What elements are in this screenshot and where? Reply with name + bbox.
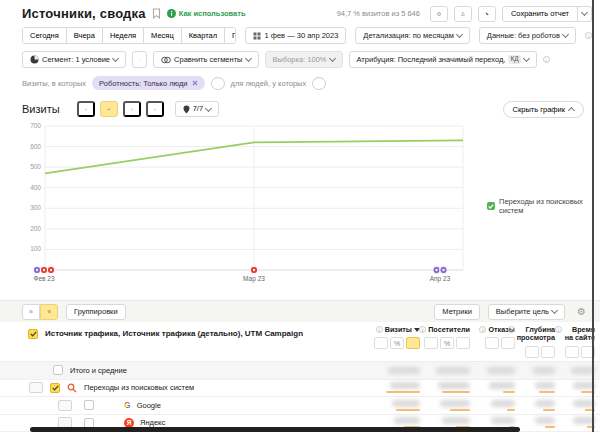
segment-button[interactable]: Сегмент: 1 условие bbox=[22, 51, 126, 68]
pie-mode-button[interactable] bbox=[485, 337, 499, 349]
table-settings-button[interactable]: ⚙ bbox=[577, 307, 586, 317]
row-checkbox[interactable] bbox=[50, 383, 60, 393]
svg-text:500: 500 bbox=[30, 163, 41, 170]
period-button-yesterday[interactable]: Вчера bbox=[67, 28, 103, 43]
export-button[interactable] bbox=[454, 6, 472, 22]
metrics-button[interactable]: Метрики bbox=[434, 304, 480, 320]
visits-filter-label: Визиты, в которых bbox=[22, 79, 86, 88]
tree-view-button[interactable] bbox=[40, 304, 58, 320]
attribution-badge: КД bbox=[508, 55, 520, 64]
clear-segment-button[interactable] bbox=[132, 51, 147, 68]
pie-mode-button[interactable] bbox=[424, 337, 438, 349]
history-button[interactable] bbox=[430, 6, 448, 22]
info-icon bbox=[479, 326, 486, 333]
column-header[interactable]: Глубина просмотра bbox=[508, 326, 555, 343]
column-chart-icon bbox=[154, 105, 156, 114]
chevron-down-icon bbox=[562, 31, 569, 38]
chevron-down-icon bbox=[244, 55, 251, 62]
column-header[interactable]: Визиты bbox=[376, 326, 420, 334]
blurred-value bbox=[535, 400, 555, 407]
chart-type-columns-button[interactable] bbox=[146, 101, 164, 117]
detalization-button[interactable]: Детализация: по месяцам bbox=[355, 27, 470, 44]
select-all-checkbox[interactable] bbox=[28, 329, 38, 339]
flat-list-view-button[interactable] bbox=[22, 304, 40, 320]
bars-mode-button[interactable] bbox=[541, 346, 555, 358]
table-row-totals[interactable]: Итого и средние bbox=[0, 362, 600, 380]
add-people-condition-button[interactable] bbox=[312, 77, 326, 90]
attribution-button[interactable]: Атрибуция: Последний значимый переход, К… bbox=[349, 51, 537, 68]
pie-mode-button[interactable] bbox=[565, 346, 579, 358]
cursors-icon bbox=[485, 9, 489, 19]
date-range-button[interactable]: 1 фев — 30 апр 2023 bbox=[245, 27, 346, 44]
remove-chip-icon[interactable] bbox=[192, 80, 198, 86]
groupings-button[interactable]: Группировки bbox=[66, 304, 126, 320]
save-report-dropdown[interactable] bbox=[578, 6, 592, 22]
robot-filter-label: Роботность: Только люди bbox=[99, 79, 187, 88]
chart-type-line-button[interactable] bbox=[100, 101, 118, 117]
table-row-search-engines[interactable]: Переходы из поисковых систем bbox=[0, 380, 600, 398]
column-header[interactable]: Посетители bbox=[419, 326, 470, 334]
chart-type-pie-button[interactable] bbox=[77, 101, 95, 117]
expand-row-button[interactable] bbox=[58, 400, 72, 411]
goal-select-button[interactable]: Выберите цель bbox=[488, 304, 565, 320]
info-icon[interactable] bbox=[543, 56, 550, 63]
blurred-value bbox=[442, 417, 470, 424]
blurred-value bbox=[491, 417, 515, 424]
view-toggle bbox=[22, 304, 58, 320]
info-icon[interactable] bbox=[585, 32, 592, 39]
period-button-month[interactable]: Месяц bbox=[144, 28, 182, 43]
pie-mode-button[interactable] bbox=[525, 346, 539, 358]
upload-icon bbox=[461, 9, 465, 19]
pie-chart-icon bbox=[85, 104, 87, 115]
collapse-row-button[interactable] bbox=[29, 382, 43, 393]
percent-mode-button[interactable]: % bbox=[440, 337, 454, 349]
svg-text:300: 300 bbox=[30, 204, 41, 211]
table-row-google[interactable]: G Google bbox=[0, 397, 600, 415]
period-button-year[interactable]: Год bbox=[225, 28, 236, 43]
percent-mode-button[interactable]: % bbox=[390, 337, 404, 349]
row-label: Итого и средние bbox=[70, 366, 127, 375]
row-label[interactable]: Переходы из поисковых систем bbox=[84, 383, 194, 392]
value-bar bbox=[543, 409, 555, 411]
chart-type-areas-button[interactable] bbox=[123, 101, 141, 117]
value-bar bbox=[503, 391, 515, 393]
period-button-today[interactable]: Сегодня bbox=[23, 28, 67, 43]
days-of-week-button[interactable]: 7/7 bbox=[175, 101, 219, 117]
bars-mode-button[interactable] bbox=[456, 337, 470, 349]
compare-segments-button[interactable]: Сравнить сегменты bbox=[153, 51, 258, 68]
row-label[interactable]: Яндекс bbox=[140, 418, 165, 427]
horizontal-scrollbar[interactable] bbox=[30, 427, 520, 432]
column-time: Время на сайте bbox=[555, 326, 595, 361]
period-button-week[interactable]: Неделя bbox=[103, 28, 144, 43]
legend-checkbox[interactable] bbox=[487, 202, 495, 210]
row-checkbox[interactable] bbox=[84, 400, 94, 410]
blurred-value bbox=[491, 400, 515, 407]
add-visit-condition-button[interactable] bbox=[211, 77, 225, 90]
legend-item[interactable]: Переходы из поисковых систем bbox=[487, 197, 600, 215]
blurred-value bbox=[390, 382, 420, 389]
hide-chart-label: Скрыть график bbox=[513, 105, 565, 114]
data-mode-label: Данные: без роботов bbox=[487, 32, 560, 40]
row-checkbox[interactable] bbox=[53, 365, 63, 375]
blurred-value bbox=[489, 382, 515, 389]
blurred-value bbox=[533, 367, 555, 374]
period-button-quarter[interactable]: Квартал bbox=[182, 28, 225, 43]
bars-mode-button[interactable] bbox=[406, 337, 420, 349]
column-header[interactable]: Время на сайте bbox=[555, 326, 595, 343]
sampling-button[interactable]: Выборка: 100% bbox=[265, 51, 343, 68]
how-to-use-label: Как использовать bbox=[179, 9, 246, 18]
value-bar bbox=[442, 391, 470, 393]
actions-button[interactable] bbox=[478, 6, 496, 22]
date-range-label: 1 фев — 30 апр 2023 bbox=[264, 32, 338, 40]
pie-mode-button[interactable] bbox=[374, 337, 388, 349]
how-to-use-link[interactable]: Как использовать bbox=[167, 9, 246, 18]
robot-filter-chip[interactable]: Роботность: Только люди bbox=[92, 76, 204, 90]
hide-chart-button[interactable]: Скрыть график bbox=[503, 101, 584, 118]
bookmark-icon[interactable] bbox=[152, 5, 161, 23]
data-mode-button[interactable]: Данные: без роботов bbox=[479, 27, 576, 44]
value-bar bbox=[396, 409, 420, 411]
check-icon bbox=[30, 331, 37, 337]
check-icon bbox=[488, 204, 494, 209]
row-label[interactable]: Google bbox=[137, 401, 161, 410]
save-report-button[interactable]: Сохранить отчет bbox=[502, 6, 578, 22]
